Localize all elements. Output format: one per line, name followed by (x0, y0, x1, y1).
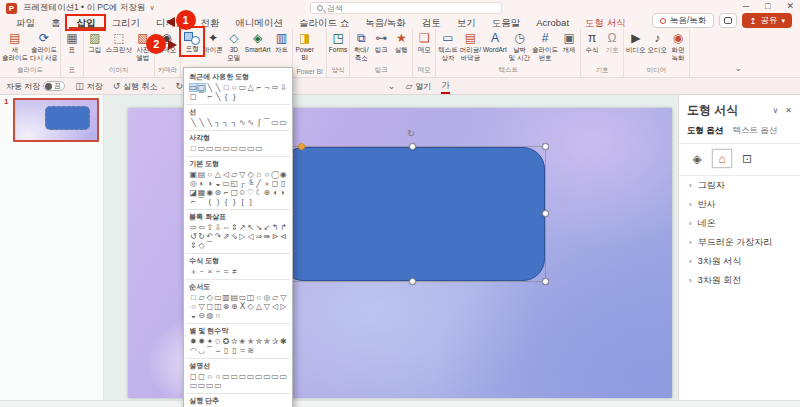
shape-icon[interactable]: ◪ (189, 188, 197, 197)
shape-icon[interactable]: ◯ (271, 170, 279, 179)
shape-icon[interactable]: ▷ (279, 302, 287, 311)
shape-icon[interactable]: ＝ (222, 267, 230, 276)
shape-icon[interactable]: ≋ (247, 346, 255, 355)
title-chevron-icon[interactable]: ∨ (149, 4, 154, 12)
shape-icon[interactable]: ▭ (189, 83, 197, 92)
ribbon-button-기호[interactable]: Ω기호 (602, 29, 622, 54)
shape-icon[interactable]: ▭ (206, 144, 214, 153)
shape-icon[interactable]: ⇕ (230, 223, 238, 232)
shape-icon[interactable]: ╲ (214, 92, 222, 101)
ribbon-button-비디오[interactable]: ▶비디오 (625, 29, 647, 54)
shape-icon[interactable]: ▷ (238, 232, 246, 241)
shape-icon[interactable]: ↶ (206, 232, 214, 241)
shape-icon[interactable]: ╲ (189, 118, 197, 127)
shape-icon[interactable]: ◁ (222, 170, 230, 179)
ribbon-button-도형[interactable]: 도형 (182, 29, 202, 53)
rotate-handle-icon[interactable]: ↻ (407, 128, 415, 139)
shape-icon[interactable]: ↙ (263, 223, 271, 232)
shape-icon[interactable]: ⇕ (189, 241, 197, 250)
shape-icon[interactable]: ▭ (230, 372, 238, 381)
shape-icon[interactable]: ▭ (230, 144, 238, 153)
shape-icon[interactable]: ⌒ (263, 118, 271, 127)
ribbon-button-화면녹화[interactable]: ◉화면 녹화 (668, 29, 688, 61)
pane-item-네온[interactable]: ›네온 (679, 214, 800, 233)
tab-도움말[interactable]: 도움말 (484, 16, 529, 29)
shape-icon[interactable]: ▽ (263, 302, 271, 311)
shape-icon[interactable]: ▭ (279, 372, 287, 381)
autosave-toggle[interactable]: 끔 (43, 81, 65, 91)
shape-icon[interactable]: ◫ (247, 293, 255, 302)
shape-icon[interactable]: ÷ (214, 267, 222, 276)
shape-icon[interactable]: ▭ (238, 83, 246, 92)
shape-icon[interactable]: ⌒ (206, 241, 214, 250)
shape-icon[interactable]: ⊕ (263, 188, 271, 197)
shape-icon[interactable]: ▣ (189, 170, 197, 179)
shape-icon[interactable]: ✩ (214, 337, 222, 346)
shape-icon[interactable]: ✪ (222, 337, 230, 346)
shape-icon[interactable]: ⌒ (198, 92, 206, 101)
shape-icon[interactable]: ⊛ (214, 188, 222, 197)
shape-icon[interactable]: □ (189, 144, 197, 153)
shape-icon[interactable]: ▭ (198, 144, 206, 153)
shape-icon[interactable]: ▤ (230, 293, 238, 302)
shape-icon[interactable]: ◗ (279, 188, 287, 197)
effects-icon[interactable]: ⌂ (712, 149, 732, 168)
pane-tab-텍스트 옵션[interactable]: 텍스트 옵션 (732, 125, 777, 137)
shape-icon[interactable]: ✬ (238, 337, 246, 346)
shape-icon[interactable]: Ⅹ (238, 302, 246, 311)
shape-icon[interactable]: ◖ (271, 188, 279, 197)
shape-icon[interactable]: ⇧ (206, 223, 214, 232)
shape-icon[interactable]: ＋ (263, 179, 271, 188)
pane-item-3차원 회전[interactable]: ›3차원 회전 (679, 271, 800, 290)
shape-icon[interactable]: ▭ (238, 293, 246, 302)
shape-icon[interactable]: □ (189, 293, 197, 302)
shape-icon[interactable]: ↺ (189, 232, 197, 241)
shape-icon[interactable]: ○ (214, 311, 222, 320)
ribbon-button-새슬라이드[interactable]: ▤새 슬라이드 (1, 29, 29, 61)
qat-button[interactable]: ⌄ (388, 81, 396, 91)
qat-저장[interactable]: ◫저장 (75, 81, 103, 92)
shape-icon[interactable]: ▯ (222, 346, 230, 355)
tab-파일[interactable]: 파일 (8, 16, 43, 29)
ribbon-button-3D모델[interactable]: ◇3D 모델 (224, 29, 244, 61)
shape-icon[interactable]: ⊗ (222, 302, 230, 311)
shape-icon[interactable]: ▭ (238, 144, 246, 153)
shape-icon[interactable]: ▱ (271, 293, 279, 302)
shape-icon[interactable]: ○ (263, 170, 271, 179)
shape-icon[interactable]: ▽ (279, 293, 287, 302)
ribbon-button-머리글/바닥글[interactable]: ▤머리글/ 바닥글 (459, 29, 482, 61)
shape-icon[interactable]: ○ (189, 302, 197, 311)
shape-icon[interactable]: ▭ (271, 118, 279, 127)
shape-icon[interactable]: ☺ (238, 188, 246, 197)
shape-icon[interactable]: － (198, 267, 206, 276)
shape-icon[interactable]: ▭ (214, 293, 222, 302)
shape-icon[interactable]: ⌂ (255, 170, 263, 179)
record-button[interactable]: 녹음/녹화 (652, 13, 714, 28)
fill-line-icon[interactable]: ◈ (687, 149, 707, 168)
ribbon-button-차트[interactable]: ▥차트 (271, 29, 291, 54)
resize-handle-e[interactable] (542, 210, 549, 217)
shape-icon[interactable]: ▭ (222, 372, 230, 381)
shape-icon[interactable]: ◉ (279, 170, 287, 179)
shape-icon[interactable]: ⇘ (230, 232, 238, 241)
shape-icon[interactable]: ⌐ (255, 83, 263, 92)
shape-icon[interactable]: ✸ (189, 337, 197, 346)
ribbon-button-링크[interactable]: ⊶링크 (371, 29, 391, 54)
shape-icon[interactable]: ◉ (206, 188, 214, 197)
ribbon-button-날짜및 시간[interactable]: ◷날짜 및 시간 (508, 29, 531, 61)
shape-icon[interactable]: ⌣ (214, 346, 222, 355)
resize-handle-n[interactable] (409, 143, 416, 150)
shape-icon[interactable]: ＋ (189, 267, 197, 276)
shape-icon[interactable]: ⌐ (206, 92, 214, 101)
search-input[interactable]: 검색 (310, 2, 502, 14)
shape-icon[interactable]: ◻ (189, 92, 197, 101)
shape-icon[interactable]: ⇔ (222, 223, 230, 232)
shape-icon[interactable]: ▭ (189, 381, 197, 390)
ribbon-button-그림[interactable]: ▨그림 (85, 29, 105, 54)
shape-icon[interactable]: ↖ (247, 223, 255, 232)
shape-icon[interactable]: ▭ (206, 381, 214, 390)
shape-icon[interactable]: ◠ (189, 346, 197, 355)
shape-icon[interactable]: ◇ (206, 293, 214, 302)
ribbon-button-WordArt[interactable]: AWordArt (482, 29, 508, 54)
minimize-button[interactable]: ─ (743, 1, 749, 11)
